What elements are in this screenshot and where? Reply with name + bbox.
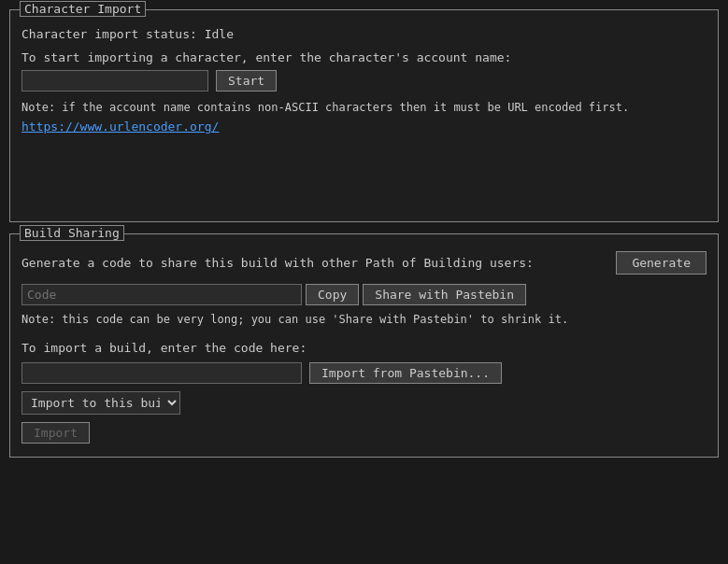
generate-row: Generate a code to share this build with… <box>21 251 707 275</box>
import-button-row: Import <box>21 422 707 444</box>
code-input[interactable] <box>21 284 302 305</box>
character-import-note: Note: if the account name contains non-A… <box>21 101 707 114</box>
build-sharing-legend: Build Sharing <box>20 225 124 241</box>
character-import-content: Character import status: Idle To start i… <box>21 27 707 208</box>
import-code-input[interactable] <box>21 362 302 384</box>
character-import-spacer <box>21 134 707 208</box>
import-row: Import from Pastebin... <box>21 362 707 384</box>
generate-label: Generate a code to share this build with… <box>21 256 608 270</box>
build-sharing-note: Note: this code can be very long; you ca… <box>21 313 707 326</box>
main-container: Character Import Character import status… <box>0 0 728 467</box>
character-import-legend: Character Import <box>20 1 146 17</box>
import-section: To import a build, enter the code here: … <box>21 341 707 444</box>
dropdown-row: Import to this build Import as new build <box>21 391 707 415</box>
import-button[interactable]: Import <box>21 422 90 444</box>
import-mode-dropdown[interactable]: Import to this build Import as new build <box>21 391 180 415</box>
character-import-section: Character Import Character import status… <box>9 9 719 222</box>
account-name-input[interactable] <box>21 70 208 92</box>
import-label: To import a build, enter the code here: <box>21 341 707 355</box>
import-pastebin-button[interactable]: Import from Pastebin... <box>309 362 502 384</box>
generate-button[interactable]: Generate <box>616 251 707 275</box>
start-button[interactable]: Start <box>216 70 277 92</box>
character-import-label: To start importing a character, enter th… <box>21 50 707 64</box>
character-import-status: Character import status: Idle <box>21 27 707 41</box>
urlencoder-link[interactable]: https://www.urlencoder.org/ <box>21 120 219 134</box>
copy-button[interactable]: Copy <box>306 284 359 305</box>
share-pastebin-button[interactable]: Share with Pastebin <box>363 284 526 305</box>
build-sharing-section: Build Sharing Generate a code to share t… <box>9 233 719 458</box>
build-sharing-content: Generate a code to share this build with… <box>21 251 707 444</box>
code-row: Copy Share with Pastebin <box>21 284 707 305</box>
character-import-input-row: Start <box>21 70 707 92</box>
